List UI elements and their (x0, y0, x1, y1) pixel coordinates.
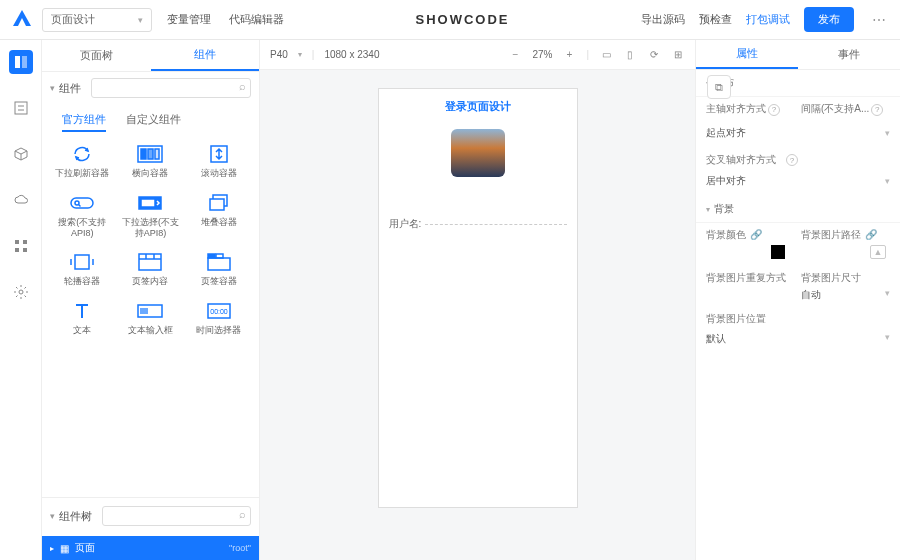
rail-grid-icon[interactable] (9, 234, 33, 258)
component-item[interactable]: 堆叠容器 (187, 189, 251, 243)
tree-search-input[interactable] (102, 506, 251, 526)
label-bg-color: 背景颜色 (706, 229, 746, 240)
link-precheck[interactable]: 预检查 (699, 12, 732, 27)
link-icon[interactable]: 🔗 (750, 229, 762, 240)
more-icon[interactable]: ⋯ (868, 12, 890, 28)
collapse-icon[interactable]: ▾ (50, 83, 55, 93)
component-label: 页签容器 (201, 276, 237, 287)
preview-image[interactable] (451, 129, 505, 177)
svg-point-7 (19, 290, 23, 294)
svg-rect-16 (141, 199, 155, 207)
svg-rect-2 (15, 102, 27, 114)
device-icon[interactable]: ▯ (623, 48, 637, 62)
component-search-input[interactable] (91, 78, 251, 98)
link-package-debug[interactable]: 打包调试 (746, 12, 790, 27)
image-picker-icon[interactable]: ▲ (870, 245, 886, 259)
component-item[interactable]: 00:00时间选择器 (187, 297, 251, 340)
help-icon[interactable]: ? (768, 104, 780, 116)
label-bg-image-path: 背景图片路径 (801, 229, 861, 240)
component-item[interactable]: 滚动容器 (187, 140, 251, 183)
publish-button[interactable]: 发布 (804, 7, 854, 32)
label-bg-repeat: 背景图片重复方式 (706, 271, 795, 285)
component-label: 页签内容 (132, 276, 168, 287)
zoom-value: 27% (532, 49, 552, 60)
svg-point-14 (75, 201, 79, 205)
component-item[interactable]: 文本输入框 (118, 297, 182, 340)
subtab-official[interactable]: 官方组件 (62, 112, 106, 132)
component-item[interactable]: 文本 (50, 297, 114, 340)
rail-box-icon[interactable] (9, 142, 33, 166)
scroll-icon (205, 144, 233, 164)
input-icon (136, 301, 164, 321)
component-item[interactable]: 页签容器 (187, 248, 251, 291)
svg-rect-22 (208, 254, 215, 258)
orientation-icon[interactable]: ▭ (599, 48, 613, 62)
page-select-dropdown[interactable]: 页面设计 ▾ (42, 8, 152, 32)
svg-rect-3 (15, 240, 19, 244)
rail-panel-icon[interactable] (9, 50, 33, 74)
svg-rect-25 (140, 308, 148, 314)
svg-rect-23 (216, 254, 223, 258)
device-frame[interactable]: 登录页面设计 用户名: (378, 88, 578, 508)
link-icon[interactable]: 🔗 (865, 229, 877, 240)
svg-rect-19 (75, 255, 89, 269)
zoom-in-icon[interactable]: + (562, 48, 576, 62)
rail-cloud-icon[interactable] (9, 188, 33, 212)
columns-icon (136, 144, 164, 164)
value-main-axis[interactable]: 起点对齐 (706, 126, 746, 140)
svg-rect-6 (23, 248, 27, 252)
device-name[interactable]: P40 (270, 49, 288, 60)
help-icon[interactable]: ? (786, 154, 798, 166)
component-item[interactable]: 下拉选择(不支持API8) (118, 189, 182, 243)
tree-root-label: 页面 (75, 541, 95, 555)
tree-expand-icon[interactable]: ▸ (50, 544, 54, 553)
component-item[interactable]: 搜索(不支持API8) (50, 189, 114, 243)
resolution-label: 1080 x 2340 (324, 49, 379, 60)
tab-properties[interactable]: 属性 (696, 40, 798, 69)
app-logo (10, 8, 34, 32)
component-item[interactable]: 下拉刷新容器 (50, 140, 114, 183)
collapse-icon[interactable]: ▾ (706, 205, 710, 214)
value-bg-position[interactable]: 默认 (706, 332, 726, 346)
svg-rect-10 (148, 149, 153, 159)
menu-code-editor[interactable]: 代码编辑器 (229, 12, 284, 27)
grid-toggle-icon[interactable]: ⊞ (671, 48, 685, 62)
left-rail (0, 40, 42, 560)
page-node-icon: ▦ (60, 543, 69, 554)
tab-page-tree[interactable]: 页面树 (42, 40, 151, 71)
collapse-icon[interactable]: ▾ (50, 511, 55, 521)
rail-gear-icon[interactable] (9, 280, 33, 304)
value-cross-axis[interactable]: 居中对齐 (706, 174, 746, 188)
help-icon[interactable]: ? (871, 104, 883, 116)
value-bg-size[interactable]: 自动 (801, 288, 821, 302)
component-item[interactable]: 页签内容 (118, 248, 182, 291)
rail-form-icon[interactable] (9, 96, 33, 120)
tab-events[interactable]: 事件 (798, 40, 900, 69)
component-item[interactable]: 横向容器 (118, 140, 182, 183)
svg-rect-21 (208, 258, 230, 270)
username-input-placeholder[interactable] (425, 224, 566, 225)
section-title-components: 组件 (59, 81, 81, 96)
rotate-icon[interactable]: ⟳ (647, 48, 661, 62)
chevron-down-icon: ▾ (885, 128, 890, 138)
component-label: 横向容器 (132, 168, 168, 179)
zoom-out-icon[interactable]: − (508, 48, 522, 62)
tab-components[interactable]: 组件 (151, 40, 260, 71)
copy-icon[interactable]: ⧉ (707, 75, 731, 99)
menu-variables[interactable]: 变量管理 (167, 12, 211, 27)
svg-rect-1 (22, 56, 27, 68)
component-label: 滚动容器 (201, 168, 237, 179)
chevron-down-icon: ▾ (138, 15, 143, 25)
tabcontent-icon (136, 252, 164, 272)
label-cross-axis: 交叉轴对齐方式 (706, 154, 776, 165)
svg-rect-20 (139, 254, 161, 270)
bg-color-swatch[interactable] (771, 245, 785, 259)
link-export[interactable]: 导出源码 (641, 12, 685, 27)
svg-rect-18 (210, 199, 224, 210)
component-item[interactable]: 轮播容器 (50, 248, 114, 291)
carousel-icon (68, 252, 96, 272)
tree-root-row[interactable]: ▸ ▦ 页面 "root" (42, 536, 259, 560)
subtab-custom[interactable]: 自定义组件 (126, 112, 181, 132)
label-main-axis: 主轴对齐方式 (706, 103, 766, 114)
page-select-label: 页面设计 (51, 12, 95, 27)
